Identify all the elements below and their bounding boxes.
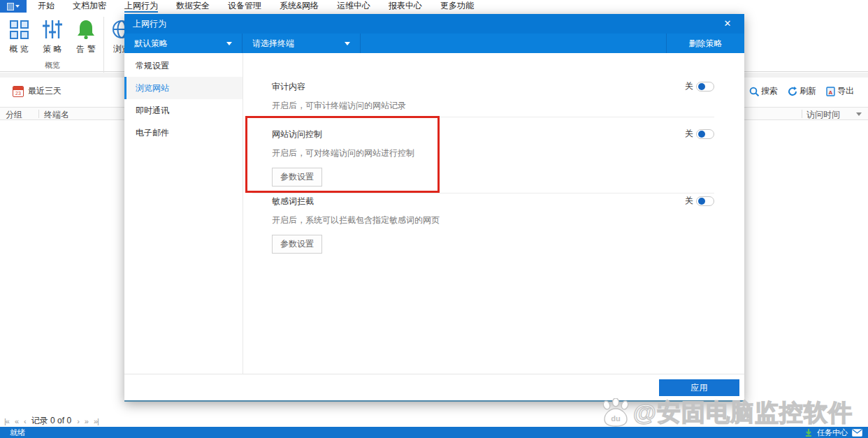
app-window: 开始 文档加密 上网行为 数据安全 设备管理 系统&网络 运维中心 报表中心 更…	[0, 0, 868, 438]
sensitive-word-toggle[interactable]	[696, 196, 714, 206]
policy-sliders-icon	[42, 19, 63, 40]
close-icon[interactable]: ✕	[719, 14, 736, 34]
alert-bell-icon	[76, 19, 96, 40]
menu-item-device-mgmt[interactable]: 设备管理	[228, 0, 261, 13]
sidebar-item-general-settings[interactable]: 常规设置	[124, 54, 243, 77]
ribbon-button-overview[interactable]: 概 览	[3, 17, 35, 55]
first-page-button[interactable]: |«	[4, 417, 9, 425]
apply-button[interactable]: 应用	[659, 379, 739, 396]
section-title: 敏感词拦截	[272, 196, 440, 207]
ribbon-button-alert[interactable]: 告 警	[70, 17, 102, 55]
menu-item-system-network[interactable]: 系统&网络	[280, 0, 319, 13]
menu-item-report-center[interactable]: 报表中心	[389, 0, 422, 13]
last-page-button[interactable]: »|	[94, 417, 99, 425]
menubar: 开始 文档加密 上网行为 数据安全 设备管理 系统&网络 运维中心 报表中心 更…	[0, 0, 868, 13]
column-header-group[interactable]: 分组	[6, 109, 22, 121]
prev-group-button[interactable]: «	[15, 417, 18, 425]
section-description: 开启后，可对终端访问的网站进行控制	[272, 147, 414, 159]
next-page-button[interactable]: ›	[77, 417, 79, 425]
column-separator	[38, 110, 39, 118]
chevron-down-icon	[226, 42, 232, 45]
search-button[interactable]: 搜索	[749, 85, 778, 97]
section-divider	[252, 193, 714, 194]
app-icon	[7, 3, 14, 10]
dialog-sidebar: 常规设置 浏览网站 即时通讯 电子邮件	[124, 53, 243, 374]
record-count-label: 记录 0 of 0	[31, 415, 71, 427]
chevron-down-icon	[15, 5, 20, 8]
mail-icon[interactable]	[852, 429, 862, 437]
export-file-icon: A	[826, 87, 835, 96]
prev-page-button[interactable]: ‹	[24, 417, 26, 425]
download-arrow-icon	[804, 428, 813, 437]
search-icon	[749, 87, 759, 96]
sidebar-item-email[interactable]: 电子邮件	[124, 122, 243, 144]
params-settings-button[interactable]: 参数设置	[272, 235, 322, 254]
dialog-content: 审计内容 开启后，可审计终端访问的网站记录 关 网站访问控制 开启后，可对终端访…	[244, 53, 744, 374]
menu-item-more[interactable]: 更多功能	[440, 0, 474, 13]
overview-grid-icon	[10, 20, 29, 39]
next-group-button[interactable]: »	[85, 417, 88, 425]
sidebar-item-browse-websites[interactable]: 浏览网站	[124, 77, 243, 99]
date-range-label: 最近三天	[28, 85, 62, 97]
website-access-toggle[interactable]	[696, 129, 714, 139]
svg-text:A: A	[829, 89, 833, 95]
section-divider	[252, 117, 714, 117]
section-title: 审计内容	[272, 81, 406, 93]
menu-item-data-security[interactable]: 数据安全	[176, 0, 210, 13]
section-audit-content: 审计内容 开启后，可审计终端访问的网站记录 关	[272, 81, 714, 112]
export-button[interactable]: A 导出	[826, 85, 854, 97]
column-header-visit-time[interactable]: 访问时间	[806, 109, 840, 121]
menu-item-web-behavior[interactable]: 上网行为	[124, 0, 158, 13]
dialog-filter-bar: 默认策略 请选择终端 删除策略	[124, 34, 744, 53]
column-header-terminal[interactable]: 终端名	[44, 109, 69, 121]
section-description: 开启后，系统可以拦截包含指定敏感词的网页	[272, 214, 440, 226]
calendar-icon: 23	[13, 86, 24, 97]
dialog-title: 上网行为	[133, 19, 166, 29]
ribbon-button-policy[interactable]: 策 略	[36, 17, 68, 55]
status-ready-label: 就绪	[0, 428, 25, 438]
status-bar: 就绪 任务中心	[0, 427, 868, 438]
dialog-title-bar: 上网行为 ✕	[124, 14, 744, 34]
section-website-access-control: 网站访问控制 开启后，可对终端访问的网站进行控制 参数设置 关	[272, 129, 714, 187]
dialog-footer: 应用	[124, 374, 744, 400]
svg-text:du: du	[611, 414, 620, 423]
chevron-down-icon	[345, 42, 350, 45]
menu-item-start[interactable]: 开始	[38, 0, 55, 13]
policy-dropdown[interactable]: 默认策略	[124, 34, 243, 53]
terminal-dropdown[interactable]: 请选择终端	[243, 34, 361, 53]
menu-item-ops-center[interactable]: 运维中心	[337, 0, 370, 13]
section-title: 网站访问控制	[272, 129, 414, 140]
section-sensitive-word-block: 敏感词拦截 开启后，系统可以拦截包含指定敏感词的网页 参数设置 关	[272, 196, 714, 254]
column-separator	[802, 110, 802, 118]
sidebar-item-instant-messaging[interactable]: 即时通讯	[124, 99, 243, 122]
paw-icon: du	[600, 398, 632, 428]
audit-content-toggle[interactable]	[696, 82, 714, 92]
menu-item-doc-encrypt[interactable]: 文档加密	[73, 0, 106, 13]
section-description: 开启后，可审计终端访问的网站记录	[272, 100, 406, 112]
pagination-bar: |« « ‹ 记录 0 of 0 › » »|	[4, 415, 99, 427]
refresh-icon	[788, 87, 797, 96]
refresh-button[interactable]: 刷新	[788, 85, 816, 97]
delete-policy-button[interactable]: 删除策略	[666, 34, 744, 53]
date-range-filter[interactable]: 23 最近三天	[13, 85, 62, 97]
chevron-down-icon[interactable]	[856, 112, 862, 116]
web-behavior-dialog: 上网行为 ✕ 默认策略 请选择终端 删除策略 常规设置 浏览网站 即时通讯 电子…	[124, 14, 744, 402]
task-center-button[interactable]: 任务中心	[817, 428, 848, 438]
app-menu-button[interactable]	[0, 0, 27, 13]
ribbon-group-label: 概览	[0, 60, 105, 71]
params-settings-button[interactable]: 参数设置	[272, 168, 322, 187]
